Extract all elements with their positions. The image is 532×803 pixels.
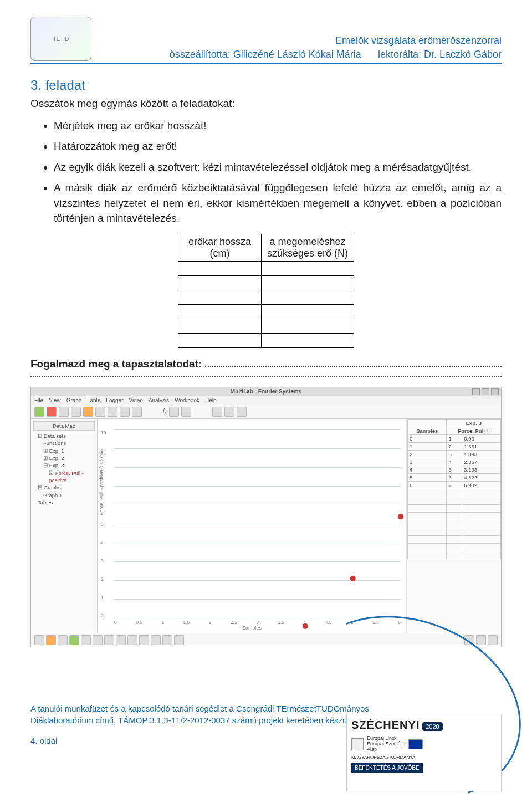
eu-flag-icon (408, 739, 423, 749)
tool-button[interactable] (69, 635, 79, 645)
table-header-col2: a megemeléshezszükséges erő (N) (261, 234, 354, 261)
tool-button[interactable] (151, 635, 161, 645)
tool-button[interactable] (34, 635, 44, 645)
menu-table[interactable]: Table (87, 397, 100, 403)
run-button[interactable] (34, 407, 44, 417)
tree-node-exp2[interactable]: ⊞ Exp. 2 (33, 454, 95, 462)
tool-button[interactable] (116, 635, 126, 645)
tree-node-tables[interactable]: Tables (33, 499, 95, 506)
toolbar-button[interactable] (59, 407, 69, 417)
bullet-item: Mérjétek meg az erőkar hosszát! (54, 118, 502, 134)
tree-node-datasets[interactable]: ⊟ Data sets (33, 432, 95, 439)
svg-point-6 (350, 576, 355, 581)
toolbar-button[interactable] (237, 407, 247, 417)
task-heading: 3. feladat (30, 78, 502, 93)
menu-file[interactable]: File (34, 397, 43, 403)
table-row[interactable]: 342.367 (408, 458, 501, 466)
page-footer: A tanulói munkafüzet és a kapcsolódó tan… (30, 703, 502, 791)
tool-button[interactable] (139, 635, 149, 645)
menu-view[interactable]: View (49, 397, 61, 403)
tool-button[interactable] (488, 635, 498, 645)
doc-title: Emelők vizsgálata erőmérőszenzorral (103, 34, 502, 47)
tree-header: Data Map (33, 421, 95, 431)
toolbar-button[interactable] (95, 407, 105, 417)
answer-line (30, 376, 502, 377)
tool-button[interactable] (162, 635, 172, 645)
page-header: TET·D Emelők vizsgálata erőmérőszenzorra… (30, 17, 502, 64)
prompt-label: Fogalmazd meg a tapasztalatodat: (30, 358, 202, 370)
tool-button[interactable] (174, 635, 184, 645)
data-table-panel: Exp. 3 SamplesForce, Pull + 010.03 121.3… (407, 419, 501, 633)
menu-video[interactable]: Video (129, 397, 142, 403)
toolbar-button[interactable] (108, 407, 117, 417)
toolbar-button[interactable] (212, 407, 222, 417)
szechenyi-box: SZÉCHENYI 2020 Európai Unió Európai Szoc… (346, 714, 502, 791)
tool-button[interactable] (58, 635, 68, 645)
menu-logger[interactable]: Logger (106, 397, 123, 403)
task-bullets: Mérjétek meg az erőkar hosszát! Határozz… (30, 118, 502, 226)
table-row[interactable]: 564.822 (408, 473, 501, 481)
gov-line: MAGYARORSZÁG KORMÁNYA (351, 755, 497, 760)
szechenyi-year: 2020 (422, 722, 442, 731)
table-row[interactable]: 010.03 (408, 434, 501, 442)
answer-line (205, 357, 502, 367)
minimize-button[interactable] (472, 388, 480, 395)
toolbar-button[interactable] (71, 407, 81, 417)
table-row[interactable]: 676.982 (408, 481, 501, 489)
rside-header-exp: Exp. 3 (447, 419, 501, 427)
data-entry-table: erőkar hossza(cm) a megemeléshezszüksége… (178, 234, 354, 348)
tree-node-graph1[interactable]: Graph 1 (33, 492, 95, 499)
tool-button[interactable] (81, 635, 91, 645)
stop-button[interactable] (47, 407, 57, 417)
fx-button[interactable] (169, 407, 179, 417)
szechenyi-title: SZÉCHENYI (351, 719, 420, 731)
toolbar-button[interactable] (224, 407, 234, 417)
menu-workbook[interactable]: Workbook (175, 397, 200, 403)
tool-button[interactable] (476, 635, 486, 645)
table-row[interactable]: 231.893 (408, 450, 501, 458)
data-map-panel: Data Map ⊟ Data sets Functions ⊞ Exp. 1 … (31, 419, 98, 633)
app-title: MultiLab - Fourier Systems (231, 388, 301, 395)
app-toolbar: fx (31, 405, 501, 419)
app-titlebar: MultiLab - Fourier Systems (31, 387, 501, 396)
multilab-app-window: MultiLab - Fourier Systems File View Gra… (30, 387, 502, 647)
tree-node-sensor[interactable]: ☑ Force, Pull - positive (33, 469, 95, 484)
chart-svg (114, 430, 401, 633)
close-button[interactable] (491, 388, 499, 395)
tool-button[interactable] (46, 635, 56, 645)
slogan: BEFEKTETÉS A JÖVŐBE (351, 763, 423, 773)
coat-of-arms-icon (351, 738, 364, 750)
table-row[interactable]: 453.163 (408, 466, 501, 473)
menu-graph[interactable]: Graph (66, 397, 82, 403)
tool-button[interactable] (104, 635, 114, 645)
app-menubar: File View Graph Table Logger Video Analy… (31, 396, 501, 405)
table-header-col1: erőkar hossza(cm) (178, 234, 261, 261)
tree-node-exp1[interactable]: ⊞ Exp. 1 (33, 447, 95, 454)
tree-node-functions[interactable]: Functions (33, 439, 95, 447)
tree-node-exp3[interactable]: ⊟ Exp. 3 (33, 462, 95, 469)
bullet-item: Az egyik diák kezeli a szoftvert: kézi m… (54, 160, 502, 175)
menu-analysis[interactable]: Analysis (149, 397, 169, 403)
bullet-item: Határozzátok meg az erőt! (54, 139, 502, 154)
rside-header-sensor: Force, Pull + (447, 427, 501, 434)
toolbar-button[interactable] (181, 407, 191, 417)
task-intro: Osszátok meg egymás között a feladatokat… (30, 96, 502, 111)
maximize-button[interactable] (482, 388, 489, 395)
author-line: összeállította: Giliczéné László Kókai M… (170, 49, 361, 60)
bullet-item: A másik diák az erőmérő közbeiktatásával… (54, 180, 502, 226)
svg-point-7 (398, 514, 403, 519)
toolbar-button[interactable] (83, 407, 93, 417)
tool-button[interactable] (127, 635, 137, 645)
menu-help[interactable]: Help (205, 397, 217, 403)
rside-col-samples: Samples (408, 427, 447, 434)
toolbar-button[interactable] (120, 407, 130, 417)
toolbar-button[interactable] (132, 407, 142, 417)
table-row[interactable]: 121.331 (408, 442, 501, 450)
reviewer-line: lektorálta: Dr. Laczkó Gábor (378, 49, 502, 60)
chart-area[interactable]: Force, Pull - positive (O₂) (N) Samples (98, 419, 407, 633)
tree-node-graphs[interactable]: ⊟ Graphs (33, 484, 95, 491)
y-ticks: 01 23 45 67 89 10 (101, 430, 106, 618)
logo-icon: TET·D (30, 17, 91, 61)
tool-button[interactable] (93, 635, 103, 645)
eu-line: Alap (367, 747, 405, 753)
